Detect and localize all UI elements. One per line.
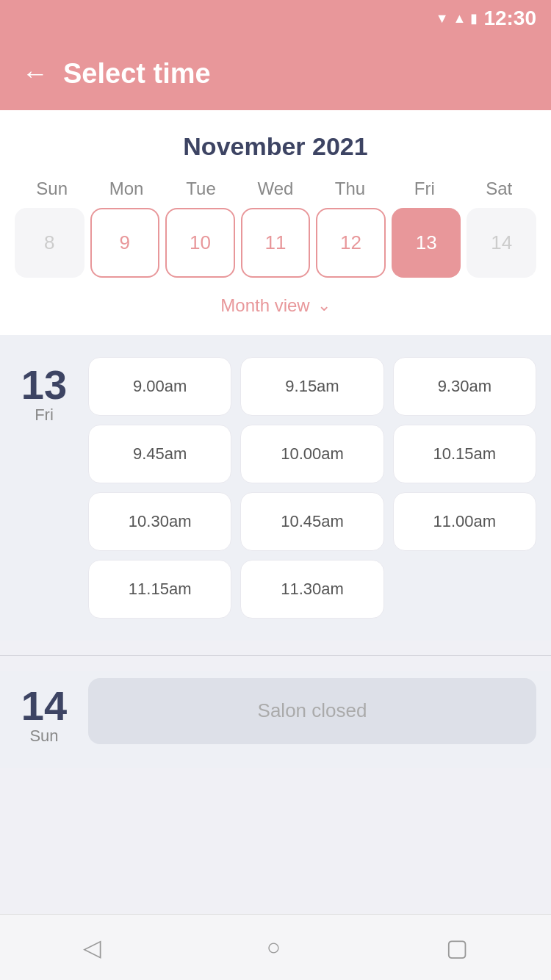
month-view-label: Month view: [220, 295, 309, 316]
calendar-section: November 2021 Sun Mon Tue Wed Thu Fri Sa…: [0, 110, 551, 335]
day-cell-14[interactable]: 14: [467, 208, 536, 278]
day-number-14: 14: [21, 685, 67, 727]
day-header-fri: Fri: [387, 179, 461, 199]
day-number-13: 13: [21, 364, 67, 406]
time-slot-1130am[interactable]: 11.30am: [240, 560, 383, 619]
day-header-wed: Wed: [238, 179, 312, 199]
chevron-down-icon: ⌄: [317, 296, 331, 315]
time-slot-1115am[interactable]: 11.15am: [88, 560, 231, 619]
time-slot-900am[interactable]: 9.00am: [88, 357, 231, 416]
time-slot-1000am[interactable]: 10.00am: [240, 425, 383, 483]
day-cell-12[interactable]: 12: [316, 208, 386, 278]
nav-recents-icon[interactable]: ▢: [446, 934, 468, 962]
day-name-14: Sun: [29, 727, 58, 746]
time-slot-945am[interactable]: 9.45am: [88, 425, 231, 483]
month-year-label: November 2021: [15, 132, 536, 161]
nav-back-icon[interactable]: ◁: [83, 934, 101, 962]
time-slot-915am[interactable]: 9.15am: [240, 357, 383, 416]
day-label-14: 14 Sun: [15, 678, 73, 746]
salon-closed-label: Salon closed: [88, 678, 536, 744]
status-bar: ▼ ▲ ▮ 12:30: [0, 0, 551, 37]
status-icons: ▼ ▲ ▮: [436, 10, 478, 26]
battery-icon: ▮: [470, 10, 478, 26]
day-header-sat: Sat: [462, 179, 536, 199]
nav-bar: ◁ ○ ▢: [0, 914, 551, 980]
day-name-13: Fri: [35, 406, 54, 425]
day-label-13: 13 Fri: [15, 357, 73, 619]
wifi-icon: ▼: [436, 11, 449, 26]
day-block-13: 13 Fri 9.00am 9.15am 9.30am 9.45am 10.00…: [15, 357, 536, 619]
day-cell-11[interactable]: 11: [241, 208, 311, 278]
time-slot-1015am[interactable]: 10.15am: [393, 425, 536, 483]
day-header-sun: Sun: [15, 179, 89, 199]
time-slots-day-13: 13 Fri 9.00am 9.15am 9.30am 9.45am 10.00…: [0, 335, 551, 641]
day-cell-13[interactable]: 13: [392, 208, 461, 278]
day-header-thu: Thu: [313, 179, 387, 199]
day-headers-row: Sun Mon Tue Wed Thu Fri Sat: [15, 179, 536, 199]
day-header-tue: Tue: [164, 179, 238, 199]
slots-grid-13: 9.00am 9.15am 9.30am 9.45am 10.00am 10.1…: [88, 357, 536, 619]
back-button[interactable]: ←: [22, 58, 48, 89]
day-header-mon: Mon: [89, 179, 163, 199]
page-title: Select time: [63, 58, 211, 90]
day-cell-8[interactable]: 8: [15, 208, 84, 278]
time-slot-930am[interactable]: 9.30am: [393, 357, 536, 416]
time-slot-1100am[interactable]: 11.00am: [393, 492, 536, 551]
section-divider: [0, 655, 551, 656]
day-cell-10[interactable]: 10: [165, 208, 235, 278]
month-view-toggle[interactable]: Month view ⌄: [15, 285, 536, 320]
header: ← Select time: [0, 37, 551, 110]
signal-icon: ▲: [453, 11, 467, 26]
status-time: 12:30: [483, 7, 536, 30]
nav-home-icon[interactable]: ○: [267, 934, 281, 961]
week-row: 8 9 10 11 12 13 14: [15, 208, 536, 278]
time-slot-1045am[interactable]: 10.45am: [240, 492, 383, 551]
day-cell-9[interactable]: 9: [90, 208, 160, 278]
closed-block-day-14: 14 Sun Salon closed: [0, 671, 551, 768]
time-slot-1030am[interactable]: 10.30am: [88, 492, 231, 551]
